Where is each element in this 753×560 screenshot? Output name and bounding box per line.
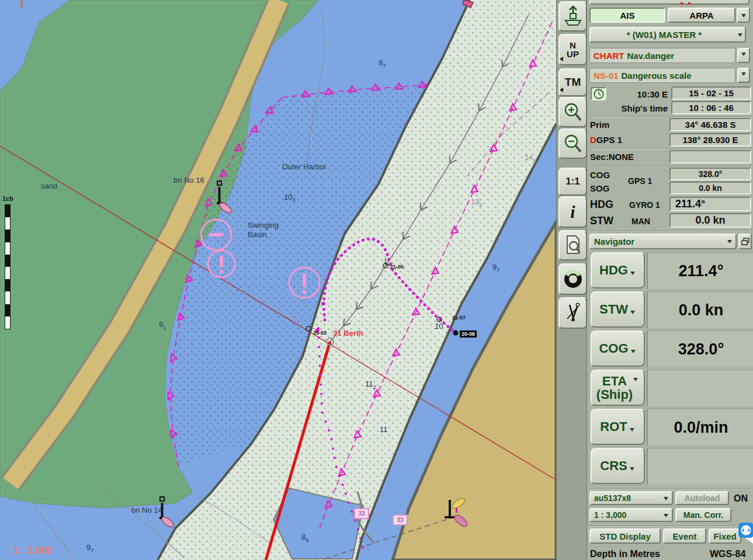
hdg-value: 211.4° bbox=[675, 198, 705, 210]
master-select-value: * (W01) MASTER * bbox=[591, 30, 738, 40]
cog-value: 328.0° bbox=[699, 169, 723, 179]
chevron-down-icon bbox=[630, 272, 635, 277]
readout-label: ROT bbox=[600, 420, 627, 433]
gyro-source-label: GYRO 1 bbox=[629, 200, 660, 210]
document-magnifier-icon bbox=[563, 234, 583, 256]
depth-sounding: 103 bbox=[284, 193, 295, 201]
alarm-tag: NS-01 bbox=[594, 71, 619, 81]
scale-select[interactable]: 1 : 3,000 bbox=[589, 508, 673, 522]
top-partial-widget[interactable] bbox=[589, 0, 749, 5]
depth-sounding: 97 bbox=[379, 58, 386, 67]
divider bbox=[588, 231, 752, 232]
zoom-in-button[interactable] bbox=[558, 97, 587, 127]
event-ring-button[interactable] bbox=[558, 263, 587, 295]
control-panel: AIS ARPA * (W01) MASTER * CHART Nav.dang… bbox=[587, 0, 753, 560]
alarm1-dropdown-button[interactable] bbox=[737, 48, 750, 63]
light-characteristic-box: 33 bbox=[354, 508, 369, 519]
depth-sounding: 138 bbox=[471, 197, 482, 206]
chart-info-button[interactable] bbox=[558, 230, 587, 260]
fixed-button[interactable]: Fixed bbox=[709, 528, 741, 544]
tm-label: TM bbox=[565, 76, 581, 89]
scale-bar bbox=[5, 204, 11, 329]
readout-button-crs[interactable]: CRS bbox=[591, 448, 645, 484]
tab-ais[interactable]: AIS bbox=[589, 8, 665, 23]
readout-button-cog[interactable]: COG bbox=[591, 331, 645, 367]
master-select[interactable]: * (W01) MASTER * bbox=[589, 27, 746, 43]
hdg-field: 211.4° bbox=[669, 197, 751, 211]
position-time-label: 20-08 bbox=[460, 331, 477, 338]
chevron-down-icon bbox=[741, 53, 746, 58]
teamviewer-button[interactable] bbox=[738, 521, 753, 545]
north-up-button[interactable]: N UP bbox=[558, 34, 587, 65]
divider bbox=[588, 116, 752, 117]
readout-button-hdg[interactable]: HDG bbox=[591, 252, 645, 288]
readout-value-rot: 0.0/min bbox=[647, 409, 753, 446]
readout-button-stw[interactable]: STW bbox=[591, 291, 645, 328]
overlap-windows-icon bbox=[741, 238, 749, 246]
stw-field: 0.0 kn bbox=[669, 213, 751, 228]
ecdis-window: Outer Harbor Swinging Basin sand 31 Bert… bbox=[0, 0, 753, 560]
autoload-button[interactable]: Autoload bbox=[675, 491, 729, 505]
scale-value: 1 : 3,000 bbox=[594, 510, 626, 520]
sog-label: SOG bbox=[590, 183, 609, 193]
red-indicator bbox=[681, 2, 683, 5]
one-to-one-label: 1:1 bbox=[565, 176, 580, 187]
ship-up-icon bbox=[563, 5, 583, 27]
tab-arpa[interactable]: ARPA bbox=[668, 8, 735, 23]
chevron-down-icon bbox=[664, 497, 668, 503]
dividers-button[interactable] bbox=[558, 297, 587, 329]
divider bbox=[588, 488, 752, 489]
own-ship-button[interactable] bbox=[558, 1, 587, 32]
chevron-down-icon bbox=[630, 467, 634, 473]
readout-button-eta[interactable]: ETA (Ship) bbox=[591, 370, 645, 406]
arpa-label: ARPA bbox=[689, 11, 713, 20]
readout-button-rot[interactable]: ROT bbox=[591, 409, 645, 445]
alarm2-dropdown-button[interactable] bbox=[737, 68, 750, 83]
readout-label: ETA (Ship) bbox=[596, 374, 633, 401]
readout-value: 211.4° bbox=[679, 262, 724, 280]
sog-field: 0.0 kn bbox=[669, 182, 751, 194]
chart-display[interactable]: Outer Harbor Swinging Basin sand 31 Bert… bbox=[0, 0, 556, 560]
window-layout-button[interactable] bbox=[738, 234, 752, 249]
ships-time-label: Ship's time bbox=[610, 103, 668, 113]
readout-value: 0.0/min bbox=[674, 419, 728, 437]
event-label: Event bbox=[673, 531, 697, 541]
latitude-value: 34° 46.638 S bbox=[685, 120, 736, 130]
depth-sounding: 91 bbox=[159, 320, 166, 329]
tabs-dropdown-button[interactable] bbox=[737, 8, 750, 23]
ships-time-value: 10 : 06 : 46 bbox=[689, 103, 734, 113]
chevron-down-icon bbox=[741, 14, 746, 20]
zoom-out-icon bbox=[563, 133, 584, 155]
std-display-label: STD Display bbox=[599, 531, 651, 541]
event-button[interactable]: Event bbox=[663, 528, 706, 544]
secondary-label: Sec:NONE bbox=[590, 152, 634, 162]
clock-button[interactable] bbox=[591, 87, 606, 100]
chevron-down-icon bbox=[631, 350, 636, 356]
navigator-select[interactable]: Navigator bbox=[589, 234, 737, 249]
track-time-label: 21-07 bbox=[452, 315, 466, 321]
scalebar-label: 1cb bbox=[2, 195, 13, 202]
scale-one-to-one-button[interactable]: 1:1 bbox=[558, 168, 587, 196]
zoom-in-icon bbox=[563, 101, 584, 123]
depth-sounding: 97 bbox=[492, 263, 499, 272]
chart-canvas bbox=[0, 0, 556, 560]
hdg-label: HDG bbox=[590, 199, 613, 211]
chart-id-select[interactable]: au5137x8 bbox=[589, 491, 673, 505]
divider bbox=[588, 526, 752, 527]
teamviewer-icon bbox=[738, 521, 753, 545]
prim-label: Prim bbox=[590, 120, 609, 130]
ships-time-field: 10 : 06 : 46 bbox=[671, 101, 751, 114]
info-button[interactable]: i bbox=[558, 196, 587, 228]
std-display-button[interactable]: STD Display bbox=[589, 528, 661, 544]
true-motion-button[interactable]: TM bbox=[558, 68, 587, 96]
stw-value: 0.0 kn bbox=[695, 214, 725, 227]
zoom-out-button[interactable] bbox=[558, 128, 587, 159]
depth-units-label: Depth in Metres bbox=[590, 549, 660, 559]
divider bbox=[588, 166, 752, 167]
chevron-down-icon bbox=[630, 311, 635, 316]
gps-source-label: GPS 1 bbox=[628, 176, 652, 186]
longitude-field: 138° 28.930 E bbox=[669, 133, 751, 147]
manual-correction-button[interactable]: Man. Corr. bbox=[675, 508, 731, 522]
latitude-field: 34° 46.638 S bbox=[669, 118, 751, 131]
secondary-field bbox=[669, 150, 751, 164]
